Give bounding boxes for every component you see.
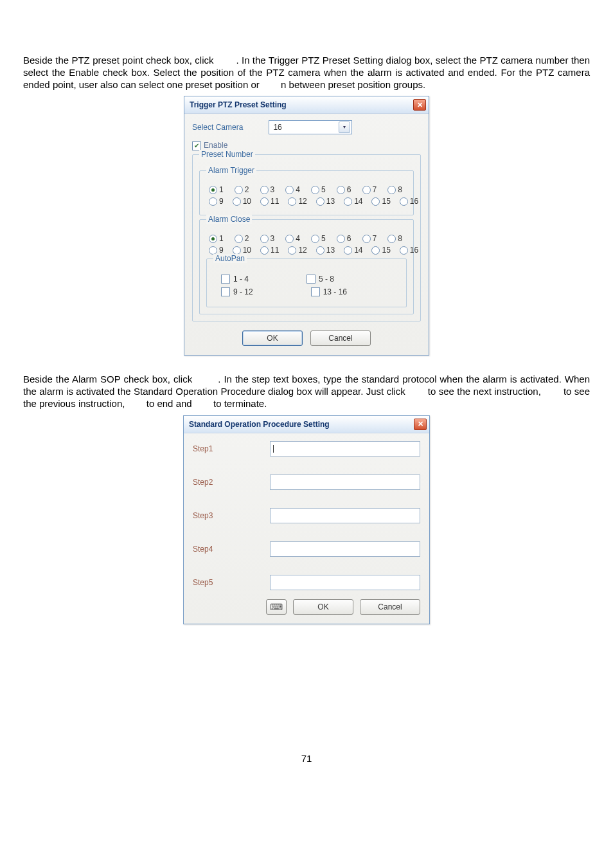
enable-label: Enable [204,141,227,150]
close-radio-14[interactable]: 14 [344,246,362,255]
trigger-radio-14[interactable]: 14 [344,197,362,206]
close-radio-12[interactable]: 12 [288,246,306,255]
alarm-trigger-group: Alarm Trigger 1 2 3 4 5 6 7 8 9 10 [199,170,414,215]
close-radio-6[interactable]: 6 [337,234,353,243]
trigger-radio-10[interactable]: 10 [233,197,251,206]
autopan-legend: AutoPan [213,254,247,263]
chevron-down-icon[interactable]: ▾ [339,122,350,133]
select-camera-label: Select Camera [192,123,243,132]
trigger-radio-16[interactable]: 16 [400,197,418,206]
alarm-close-legend: Alarm Close [206,215,252,224]
dialog-titlebar: Trigger PTZ Preset Setting ✕ [184,96,429,114]
close-radio-16[interactable]: 16 [400,246,418,255]
trigger-radio-15[interactable]: 15 [371,197,390,206]
dialog-title: Standard Operation Procedure Setting [189,420,330,429]
autopan-5-8[interactable]: 5 - 8 [306,275,334,284]
keyboard-icon[interactable]: ⌨ [266,599,287,615]
close-radio-13[interactable]: 13 [316,246,335,255]
step3-label: Step3 [193,511,270,520]
cancel-button[interactable]: Cancel [310,330,371,346]
step1-input[interactable] [270,441,420,457]
alarm-close-group: Alarm Close 1 2 3 4 5 6 7 8 9 10 11 [199,219,414,314]
ok-button[interactable]: OK [293,599,353,615]
preset-number-group: Preset Number Alarm Trigger 1 2 3 4 5 6 … [192,154,421,321]
page-number: 71 [23,753,590,764]
autopan-1-4[interactable]: 1 - 4 [221,275,249,284]
close-radio-9[interactable]: 9 [209,246,224,255]
step2-label: Step2 [193,478,270,487]
close-radio-11[interactable]: 11 [260,246,279,255]
step2-input[interactable] [270,475,420,490]
ok-button[interactable]: OK [242,330,303,346]
close-icon[interactable]: ✕ [414,419,427,430]
trigger-radio-8[interactable]: 8 [387,185,404,194]
step5-input[interactable] [270,575,420,590]
paragraph-1: Beside the PTZ preset point check box, c… [23,55,590,91]
dialog-title: Trigger PTZ Preset Setting [190,100,287,109]
trigger-radio-11[interactable]: 11 [260,197,279,206]
camera-select-value: 16 [273,123,281,132]
autopan-group: AutoPan 1 - 4 5 - 8 9 - 12 13 - 16 [206,258,407,307]
close-radio-2[interactable]: 2 [235,234,251,243]
trigger-radio-9[interactable]: 9 [209,197,224,206]
close-radio-5[interactable]: 5 [311,234,328,243]
dialog-titlebar: Standard Operation Procedure Setting ✕ [184,416,429,433]
step4-input[interactable] [270,541,420,557]
trigger-radio-4[interactable]: 4 [285,185,302,194]
close-radio-10[interactable]: 10 [233,246,251,255]
step1-label: Step1 [193,444,270,453]
preset-number-legend: Preset Number [199,150,255,159]
trigger-radio-3[interactable]: 3 [260,185,277,194]
trigger-radio-2[interactable]: 2 [235,185,251,194]
cancel-button[interactable]: Cancel [360,599,420,615]
trigger-radio-7[interactable]: 7 [362,185,379,194]
trigger-radio-5[interactable]: 5 [311,185,328,194]
trigger-radio-13[interactable]: 13 [316,197,335,206]
paragraph-2: Beside the Alarm SOP check box, click . … [23,374,590,410]
close-radio-8[interactable]: 8 [387,234,404,243]
close-radio-15[interactable]: 15 [371,246,390,255]
close-radio-3[interactable]: 3 [260,234,277,243]
step4-label: Step4 [193,545,270,554]
close-radio-7[interactable]: 7 [362,234,379,243]
step3-input[interactable] [270,508,420,523]
close-icon[interactable]: ✕ [413,99,426,111]
close-radio-4[interactable]: 4 [285,234,302,243]
trigger-radio-12[interactable]: 12 [288,197,306,206]
trigger-radio-1[interactable]: 1 [209,185,226,194]
alarm-trigger-legend: Alarm Trigger [206,166,256,175]
trigger-radio-6[interactable]: 6 [337,185,353,194]
enable-checkbox[interactable]: ✔ [192,141,201,150]
camera-select[interactable]: 16 ▾ [269,120,352,134]
close-radio-1[interactable]: 1 [209,234,226,243]
step5-label: Step5 [193,578,270,587]
autopan-13-16[interactable]: 13 - 16 [311,287,347,296]
trigger-ptz-dialog: Trigger PTZ Preset Setting ✕ Select Came… [184,96,429,356]
autopan-9-12[interactable]: 9 - 12 [221,287,253,296]
sop-dialog: Standard Operation Procedure Setting ✕ S… [183,415,430,624]
